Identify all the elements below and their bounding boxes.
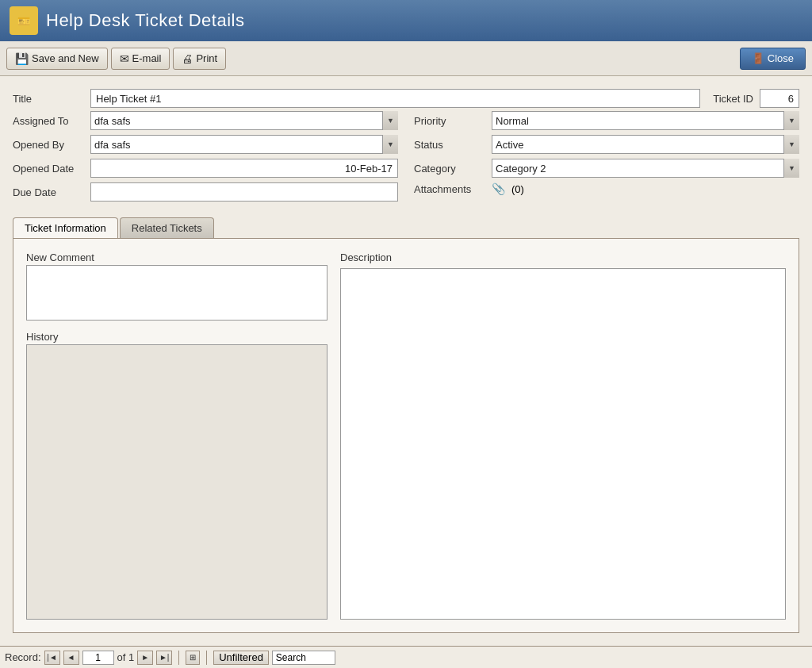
tab-content: New Comment History Description	[13, 238, 799, 633]
unfiltered-button[interactable]: Unfiltered	[213, 651, 269, 665]
title-input[interactable]	[90, 89, 700, 108]
opened-by-label: Opened By	[13, 139, 84, 151]
opened-date-input[interactable]	[90, 159, 398, 178]
email-icon: ✉	[120, 52, 129, 65]
category-select[interactable]: Category 2	[492, 159, 799, 178]
assigned-to-select-wrapper: dfa safs ▼	[90, 111, 398, 130]
history-label: History	[26, 331, 327, 343]
opened-date-row: Opened Date	[13, 159, 398, 178]
attachments-value: (0)	[511, 183, 524, 195]
tab-ticket-information[interactable]: Ticket Information	[13, 217, 118, 238]
form-area: Assigned To dfa safs ▼ Opened By dfa saf…	[13, 111, 799, 202]
opened-date-label: Opened Date	[13, 163, 84, 175]
new-comment-section: New Comment	[26, 251, 327, 323]
attachments-row: Attachments 📎 (0)	[414, 182, 799, 195]
priority-row: Priority Normal ▼	[414, 111, 799, 130]
description-label: Description	[340, 251, 786, 263]
opened-by-select-wrapper: dfa safs ▼	[90, 135, 398, 154]
window-title: Help Desk Ticket Details	[46, 10, 244, 31]
category-select-wrapper: Category 2 ▼	[492, 159, 799, 178]
app-icon-glyph: 🎫	[17, 15, 30, 27]
due-date-label: Due Date	[13, 186, 84, 198]
nav-last-button[interactable]: ►|	[156, 651, 172, 665]
search-input[interactable]	[272, 651, 335, 665]
assigned-to-row: Assigned To dfa safs ▼	[13, 111, 398, 130]
category-row: Category Category 2 ▼	[414, 159, 799, 178]
nav-prev-button[interactable]: ◄	[63, 651, 79, 665]
status-divider-2	[206, 651, 207, 665]
history-area	[26, 344, 327, 620]
close-icon: 🚪	[752, 52, 764, 64]
priority-select[interactable]: Normal	[492, 111, 799, 130]
status-bar: Record: |◄ ◄ of 1 ► ►| ⊞ Unfiltered	[0, 646, 812, 668]
due-date-input[interactable]	[90, 182, 398, 202]
record-label: Record:	[5, 651, 41, 663]
print-button[interactable]: 🖨 Print	[173, 48, 226, 70]
status-label: Status	[414, 139, 485, 151]
assigned-to-select[interactable]: dfa safs	[90, 111, 398, 130]
right-tab-panel: Description	[340, 251, 786, 620]
record-number-input[interactable]	[82, 651, 114, 665]
close-label: Close	[768, 52, 794, 64]
tabs-container: Ticket Information Related Tickets New C…	[13, 217, 799, 633]
nav-first-button[interactable]: |◄	[44, 651, 60, 665]
nav-new-button[interactable]: ⊞	[186, 651, 200, 665]
save-new-icon: 💾	[15, 52, 29, 65]
category-label: Category	[414, 163, 485, 175]
status-select[interactable]: Active	[492, 135, 799, 154]
new-comment-label: New Comment	[26, 251, 327, 263]
app-icon: 🎫	[10, 6, 38, 35]
opened-by-row: Opened By dfa safs ▼	[13, 135, 398, 154]
description-textarea[interactable]	[340, 268, 786, 620]
email-button[interactable]: ✉ E-mail	[111, 48, 170, 70]
email-label: E-mail	[132, 52, 162, 64]
title-label: Title	[13, 93, 84, 105]
unfiltered-label: Unfiltered	[219, 651, 263, 663]
record-of-label: of 1	[117, 651, 135, 663]
attachments-label: Attachments	[414, 183, 485, 195]
left-tab-panel: New Comment History	[26, 251, 327, 620]
save-and-new-button[interactable]: 💾 Save and New	[6, 48, 108, 70]
history-section: History	[26, 331, 327, 620]
priority-label: Priority	[414, 115, 485, 127]
nav-next-button[interactable]: ►	[137, 651, 153, 665]
title-row: Title Ticket ID	[13, 89, 799, 108]
ticket-id-input[interactable]	[760, 89, 799, 108]
assigned-to-label: Assigned To	[13, 115, 84, 127]
priority-select-wrapper: Normal ▼	[492, 111, 799, 130]
save-new-label: Save and New	[32, 52, 99, 64]
tab-related-tickets[interactable]: Related Tickets	[120, 217, 214, 238]
status-select-wrapper: Active ▼	[492, 135, 799, 154]
toolbar: 💾 Save and New ✉ E-mail 🖨 Print 🚪 Close	[0, 41, 812, 76]
opened-by-select[interactable]: dfa safs	[90, 135, 398, 154]
tab-headers: Ticket Information Related Tickets	[13, 217, 799, 238]
ticket-id-label: Ticket ID	[713, 93, 753, 105]
close-button[interactable]: 🚪 Close	[740, 48, 806, 70]
right-form-col: Priority Normal ▼ Status Active ▼	[414, 111, 799, 202]
status-divider-1	[178, 651, 179, 665]
title-bar: 🎫 Help Desk Ticket Details	[0, 0, 812, 41]
print-label: Print	[196, 52, 217, 64]
new-comment-textarea[interactable]	[26, 265, 327, 321]
status-row: Status Active ▼	[414, 135, 799, 154]
main-content: Title Ticket ID Assigned To dfa safs ▼ O…	[0, 76, 812, 646]
due-date-row: Due Date	[13, 182, 398, 202]
paperclip-icon: 📎	[492, 182, 505, 195]
left-form-col: Assigned To dfa safs ▼ Opened By dfa saf…	[13, 111, 398, 202]
print-icon: 🖨	[182, 52, 193, 65]
ticket-info-panel: New Comment History Description	[26, 251, 786, 620]
